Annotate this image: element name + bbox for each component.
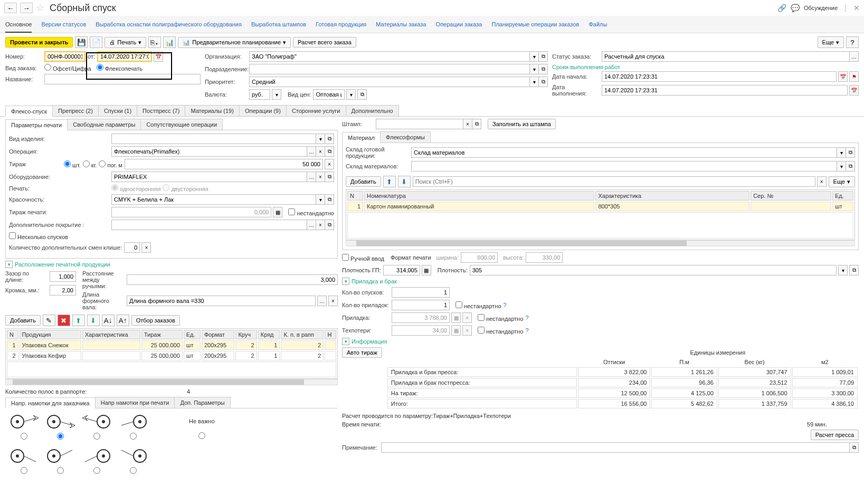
search-input[interactable]	[413, 176, 815, 187]
ellipsis-icon[interactable]: …	[849, 51, 859, 62]
subtab-external[interactable]: Сторонние услуги	[286, 105, 346, 116]
free-params-tab[interactable]: Свободные параметры	[67, 119, 141, 130]
clear-icon[interactable]: ×	[328, 296, 338, 306]
kebab-menu-icon[interactable]: ⋮	[842, 4, 849, 12]
save-icon[interactable]: 💾	[75, 36, 88, 48]
help-icon[interactable]: ?	[504, 302, 507, 308]
wind-radio-8[interactable]	[130, 467, 137, 474]
manual-entry-check[interactable]: Ручной ввод	[342, 254, 384, 262]
ellipsis-icon[interactable]: …	[307, 220, 316, 230]
roller-len-input[interactable]	[127, 296, 316, 306]
close-icon[interactable]: ✕	[853, 4, 860, 12]
priladka-header[interactable]: Приладка и брак	[352, 278, 397, 284]
fill-from-stamp-button[interactable]: Заполнить из штампа	[488, 119, 556, 129]
status-input[interactable]	[602, 51, 850, 62]
dropdown-icon[interactable]: ▾	[316, 194, 325, 205]
nav-forward-button[interactable]: →	[20, 3, 33, 13]
dropdown-icon[interactable]: ▾	[837, 147, 846, 158]
kromka-input[interactable]	[50, 285, 76, 296]
info-header[interactable]: Информация	[352, 338, 387, 345]
wind-radio-2[interactable]	[57, 433, 64, 440]
related-ops-tab[interactable]: Сопутствующие операции	[140, 119, 223, 130]
table-scrollbar[interactable]	[5, 379, 338, 385]
spusk-count-input[interactable]	[392, 287, 450, 298]
move-up-icon[interactable]: ⬆	[383, 176, 396, 187]
subtab-materials[interactable]: Материалы (19)	[185, 105, 240, 116]
delete-icon[interactable]: ✖	[58, 315, 70, 326]
open-icon[interactable]: ⧉	[325, 194, 334, 205]
price-type-input[interactable]	[313, 89, 345, 100]
streams-input[interactable]	[127, 274, 338, 285]
dropdown-icon[interactable]: ▾	[272, 89, 281, 100]
wind-customer-tab[interactable]: Напр. намотки для заказчика	[5, 397, 96, 408]
wind-print-tab[interactable]: Напр намотки при печати	[95, 397, 175, 408]
open-icon[interactable]: ⧉	[846, 147, 855, 158]
clear-icon[interactable]: ×	[817, 176, 827, 187]
tirazh-input[interactable]	[125, 159, 323, 169]
dept-input[interactable]	[249, 64, 530, 74]
flag-icon[interactable]: ⚑	[849, 71, 859, 82]
calc-press-button[interactable]: Расчет пресса	[811, 430, 859, 440]
start-date-input[interactable]	[602, 71, 837, 82]
dropdown-icon[interactable]: ▾	[529, 51, 539, 62]
more-materials-button[interactable]: Еще ▾	[829, 176, 855, 187]
open-icon[interactable]: ⧉	[849, 265, 859, 275]
move-up-icon[interactable]: ⬆	[72, 315, 85, 326]
calendar-icon[interactable]: 📅	[838, 71, 848, 82]
clear-icon[interactable]: ×	[325, 159, 334, 169]
help-icon[interactable]: ?	[526, 327, 529, 334]
wind-radio-5[interactable]	[21, 467, 27, 474]
wind-radio-7[interactable]	[93, 467, 100, 474]
org-input[interactable]	[249, 51, 530, 62]
calc-icon[interactable]: ▦	[273, 207, 282, 217]
priladka-count-input[interactable]	[392, 300, 450, 310]
dropdown-icon[interactable]: ▾	[346, 89, 356, 100]
equipment-input[interactable]	[111, 172, 307, 182]
klishe-input[interactable]	[124, 242, 140, 253]
preplanning-button[interactable]: 📊 Предварительное планирование ▾	[178, 37, 291, 48]
open-icon[interactable]: ⧉	[846, 161, 855, 172]
post-and-close-button[interactable]: Провести и закрыть	[5, 37, 73, 47]
materials-scrollbar[interactable]	[346, 240, 855, 246]
help-icon[interactable]: ?	[846, 36, 859, 48]
open-icon[interactable]: ⧉	[357, 89, 367, 100]
deadlines-header[interactable]: Сроки выполнения работ	[552, 64, 620, 70]
chevron-down-icon[interactable]: ▾	[342, 278, 349, 285]
product-type-input[interactable]	[111, 134, 316, 144]
tab-status-versions[interactable]: Версии статусов	[41, 19, 86, 33]
print-params-tab[interactable]: Параметры печати	[5, 119, 68, 130]
note-input[interactable]	[381, 442, 850, 453]
flexoforms-tab[interactable]: Флексоформы	[380, 131, 431, 142]
select-orders-button[interactable]: Отбор заказов	[131, 315, 180, 326]
density-input[interactable]	[470, 265, 837, 275]
discuss-label[interactable]: Обсуждение	[804, 5, 838, 11]
pogm-radio[interactable]: пог. м	[99, 160, 122, 168]
open-icon[interactable]: ⧉	[325, 220, 334, 230]
offset-radio[interactable]: Офсет/Цифра	[44, 64, 91, 72]
open-icon[interactable]: ⧉	[538, 64, 548, 74]
edit-icon[interactable]: ✎	[43, 315, 55, 326]
color-input[interactable]	[111, 194, 316, 205]
open-icon[interactable]: ⧉	[538, 77, 548, 87]
nonstandard-check[interactable]: нестандартно	[478, 314, 524, 322]
subtab-operations[interactable]: Операции (9)	[239, 105, 287, 116]
subtab-additional[interactable]: Дополнительно	[346, 105, 399, 116]
subtab-postpress[interactable]: Постпресс (7)	[137, 105, 185, 116]
tab-main[interactable]: Основное	[5, 19, 32, 33]
tab-stamps-output[interactable]: Выработка штампов	[251, 19, 306, 33]
wind-radio-4[interactable]	[130, 433, 137, 440]
tab-finished-goods[interactable]: Готовая продукция	[316, 19, 366, 33]
dropdown-icon[interactable]: ▾	[316, 134, 325, 144]
nav-back-button[interactable]: ←	[4, 3, 17, 13]
favorite-star-icon[interactable]: ☆	[36, 2, 44, 14]
calc-order-button[interactable]: Расчет всего заказа	[293, 37, 356, 47]
clear-icon[interactable]: ×	[316, 220, 325, 230]
dropdown-icon[interactable]: ▾	[838, 265, 848, 275]
dropdown-icon[interactable]: ▾	[529, 77, 539, 87]
ellipsis-icon[interactable]: …	[307, 146, 316, 157]
sort-icon[interactable]: A↓	[102, 315, 115, 326]
sht-radio[interactable]: шт.	[64, 160, 81, 168]
clear-icon[interactable]: ×	[316, 146, 325, 157]
gap-input[interactable]	[50, 271, 76, 282]
table-row[interactable]: 1 Упаковка Снежок 25 000,000 шт 200x295 …	[7, 340, 336, 350]
